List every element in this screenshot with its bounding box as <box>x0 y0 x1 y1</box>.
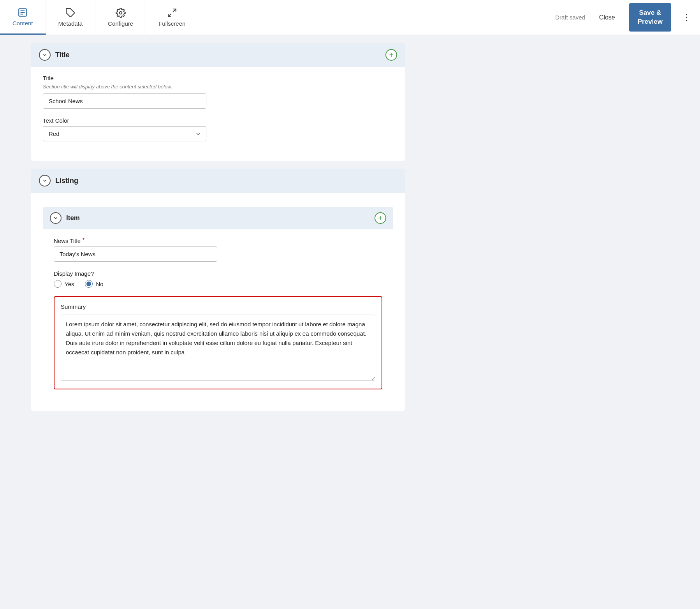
display-image-radio-group: Yes No <box>54 280 382 288</box>
tab-fullscreen-label: Fullscreen <box>158 20 185 27</box>
text-color-select[interactable]: Red Blue Black White Green <box>43 126 206 141</box>
close-button[interactable]: Close <box>593 11 621 24</box>
listing-section-header: Listing <box>31 169 405 193</box>
listing-collapse-button[interactable] <box>39 175 51 187</box>
news-title-label: News Title * <box>54 237 382 244</box>
save-preview-button[interactable]: Save &Preview <box>629 3 671 31</box>
item-section-body: News Title * Display Image? Yes <box>43 229 393 400</box>
radio-no-input[interactable] <box>85 280 93 288</box>
title-collapse-button[interactable] <box>39 49 51 61</box>
item-section: Item + News Title * Display Image? <box>43 207 393 400</box>
summary-container: Summary Lorem ipsum dolor sit amet, cons… <box>54 296 382 389</box>
item-add-button[interactable]: + <box>375 212 386 224</box>
tab-fullscreen[interactable]: Fullscreen <box>146 0 198 35</box>
title-section-heading: Title <box>55 51 70 59</box>
required-indicator: * <box>82 237 84 244</box>
more-options-icon: ⋮ <box>682 12 691 22</box>
listing-section-body: Item + News Title * Display Image? <box>31 193 405 411</box>
content-icon <box>18 7 28 18</box>
item-section-header: Item + <box>43 207 393 229</box>
svg-line-6 <box>173 9 176 12</box>
top-navigation: Content Metadata Configure Fullscreen Dr… <box>0 0 700 35</box>
main-content-area: Title + Title Section title will display… <box>0 35 428 435</box>
title-field-hint: Section title will display above the con… <box>43 84 393 90</box>
tab-metadata-label: Metadata <box>58 20 83 27</box>
radio-yes-option[interactable]: Yes <box>54 280 74 288</box>
item-section-heading: Item <box>66 214 80 222</box>
text-color-select-wrapper: Red Blue Black White Green <box>43 126 206 141</box>
chevron-down-icon-item <box>53 215 58 221</box>
tab-configure-label: Configure <box>108 20 133 27</box>
tab-metadata[interactable]: Metadata <box>46 0 96 35</box>
draft-status: Draft saved <box>555 14 585 21</box>
title-section-body: Title Section title will display above t… <box>31 67 405 161</box>
listing-section: Listing Item + News Title <box>31 169 405 411</box>
text-color-field-group: Text Color Red Blue Black White Green <box>43 117 393 141</box>
radio-no-option[interactable]: No <box>85 280 103 288</box>
display-image-field-group: Display Image? Yes No <box>54 270 382 288</box>
radio-no-label: No <box>96 281 103 287</box>
save-preview-label: Save &Preview <box>638 9 663 25</box>
more-options-button[interactable]: ⋮ <box>679 9 694 26</box>
metadata-icon <box>65 8 76 18</box>
chevron-down-icon-listing <box>42 178 47 183</box>
title-section: Title + Title Section title will display… <box>31 43 405 161</box>
title-text-input[interactable] <box>43 93 206 109</box>
title-field-label: Title <box>43 75 393 81</box>
radio-yes-label: Yes <box>65 281 74 287</box>
text-color-label: Text Color <box>43 117 393 124</box>
news-title-input[interactable] <box>54 246 217 262</box>
item-collapse-button[interactable] <box>50 212 62 224</box>
svg-point-5 <box>119 12 122 14</box>
display-image-label: Display Image? <box>54 270 382 277</box>
chevron-down-icon <box>42 52 47 58</box>
news-title-field-group: News Title * <box>54 237 382 262</box>
gear-icon <box>116 8 126 18</box>
nav-right-area: Draft saved Close Save &Preview ⋮ <box>555 0 700 35</box>
svg-line-7 <box>168 14 171 17</box>
tab-configure[interactable]: Configure <box>95 0 146 35</box>
title-add-button[interactable]: + <box>385 49 397 61</box>
summary-label: Summary <box>61 303 375 310</box>
tab-content-label: Content <box>12 20 33 26</box>
radio-yes-input[interactable] <box>54 280 62 288</box>
summary-textarea[interactable]: Lorem ipsum dolor sit amet, consectetur … <box>61 315 375 381</box>
fullscreen-icon <box>167 8 177 18</box>
tab-content[interactable]: Content <box>0 0 46 35</box>
listing-section-heading: Listing <box>55 177 78 185</box>
title-section-header: Title + <box>31 43 405 67</box>
title-field-group: Title Section title will display above t… <box>43 75 393 109</box>
